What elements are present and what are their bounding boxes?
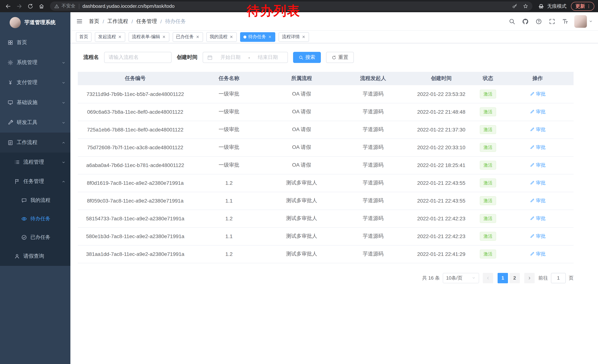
close-icon[interactable]: [196, 35, 200, 39]
approve-link[interactable]: 审批: [530, 180, 546, 186]
task-name-cell: 一级审批: [193, 121, 265, 138]
created-time-cell: 2022-01-22 20:33:10: [408, 138, 474, 156]
page-button-2[interactable]: 2: [509, 273, 520, 283]
column-header: 流程发起人: [338, 72, 408, 85]
tab-label: 流程详情: [282, 34, 300, 40]
page-size-value: 10条/页: [446, 275, 462, 281]
tab-done-tasks[interactable]: 已办任务: [173, 32, 203, 42]
user-avatar-menu[interactable]: [574, 15, 593, 28]
process-cell: 测试多审批人: [265, 174, 338, 192]
docs-button[interactable]: [532, 15, 545, 27]
menu-dots-icon[interactable]: [586, 4, 591, 9]
task-id-cell: a6aba0a4-7b6d-11ec-b781-acde48001122: [78, 156, 193, 174]
sidebar-item-my-process[interactable]: 我的流程: [0, 191, 70, 210]
close-icon[interactable]: [229, 35, 233, 39]
close-icon[interactable]: [118, 35, 122, 39]
page-size-select[interactable]: 10条/页: [443, 273, 479, 283]
approve-link[interactable]: 审批: [530, 144, 546, 151]
pagination: 共 16 条 10条/页 12 前往 1 页: [78, 273, 573, 283]
column-header: 状态: [474, 72, 502, 85]
status-badge: 激活: [480, 250, 496, 259]
sidebar-item-task-management[interactable]: 任务管理: [0, 172, 70, 191]
address-divider: [79, 4, 79, 9]
sidebar-item-payment-management[interactable]: 支付管理: [0, 73, 70, 93]
font-size-button[interactable]: [559, 15, 571, 27]
sidebar-item-dev-tools[interactable]: 研发工具: [0, 113, 70, 133]
filter-bar: 流程名 请输入流程名 创建时间 开始日期 - 结束日期 搜索: [83, 52, 573, 63]
sidebar-item-done-tasks[interactable]: 已办任务: [0, 228, 70, 247]
close-icon[interactable]: [302, 35, 306, 39]
sidebar-toggle-button[interactable]: [70, 12, 89, 30]
bookmark-star-icon[interactable]: [523, 3, 528, 9]
status-cell: 激活: [474, 192, 502, 210]
key-icon[interactable]: [512, 3, 518, 9]
approve-link[interactable]: 审批: [530, 108, 546, 115]
task-id-cell: 73211d9d-7b9b-11ec-b5b7-acde48001122: [78, 85, 193, 103]
chevron-left-icon: [486, 276, 490, 280]
next-page-button[interactable]: [524, 273, 535, 283]
page-unit-label: 页: [569, 275, 573, 281]
sidebar-item-process-management[interactable]: 流程管理: [0, 153, 70, 172]
browser-reload-button[interactable]: [25, 1, 35, 11]
initiator-cell: 芋道源码: [338, 138, 408, 156]
tab-process-detail[interactable]: 流程详情: [279, 32, 309, 42]
header-search-button[interactable]: [506, 15, 518, 27]
sidebar-item-home[interactable]: 首页: [0, 32, 70, 53]
approve-link[interactable]: 审批: [530, 251, 546, 257]
sidebar-item-infrastructure[interactable]: 基础设施: [0, 93, 70, 113]
sidebar-item-leave-query[interactable]: 请假查询: [0, 247, 70, 266]
fullscreen-button[interactable]: [546, 15, 558, 27]
back-icon: [5, 3, 11, 9]
approve-link[interactable]: 审批: [530, 197, 546, 204]
tab-home[interactable]: 首页: [76, 32, 91, 42]
check-icon: [21, 235, 27, 240]
approve-link[interactable]: 审批: [530, 215, 546, 222]
sidebar-item-todo-tasks[interactable]: 待办任务: [0, 210, 70, 228]
created-time-cell: 2022-01-21 22:42:23: [408, 210, 474, 227]
approve-link[interactable]: 审批: [530, 162, 546, 169]
approve-link[interactable]: 审批: [530, 126, 546, 133]
sidebar-item-system-management[interactable]: 系统管理: [0, 53, 70, 73]
sidebar-logo[interactable]: 芋道管理系统: [0, 12, 70, 32]
task-name-cell: 1.2: [193, 174, 265, 192]
tab-todo-tasks[interactable]: 待办任务: [240, 32, 275, 42]
status-badge: 激活: [480, 143, 496, 152]
edit-icon: [530, 145, 534, 150]
tab-label: 流程表单-编辑: [132, 34, 160, 40]
status-badge: 激活: [480, 125, 496, 134]
warning-icon: [54, 4, 59, 9]
breadcrumb-item[interactable]: 任务管理: [136, 18, 157, 25]
update-button[interactable]: 更新: [571, 2, 594, 11]
approve-label: 审批: [536, 108, 546, 115]
task-id-cell: 725a1eb6-7b88-11ec-8ef0-acde48001122: [78, 121, 193, 138]
browser-forward-button[interactable]: [14, 1, 24, 11]
chevron-down-icon: [61, 101, 66, 105]
breadcrumb-item[interactable]: 首页: [89, 18, 99, 25]
edit-icon: [530, 234, 534, 239]
breadcrumb-item[interactable]: 工作流程: [108, 18, 128, 25]
approve-link[interactable]: 审批: [530, 90, 546, 97]
github-button[interactable]: [519, 15, 531, 27]
page-button-1[interactable]: 1: [498, 273, 508, 283]
goto-page-input[interactable]: 1: [551, 273, 566, 283]
reset-button[interactable]: 重置: [326, 52, 354, 63]
date-range-picker[interactable]: 开始日期 - 结束日期: [203, 52, 288, 63]
sidebar-item-workflow[interactable]: 工作流程: [0, 133, 70, 153]
close-icon[interactable]: [162, 35, 166, 39]
process-name-input[interactable]: 请输入流程名: [104, 52, 172, 63]
search-button[interactable]: 搜索: [293, 52, 321, 63]
security-label: 不安全: [61, 3, 75, 9]
browser-back-button[interactable]: [3, 1, 13, 11]
approve-link[interactable]: 审批: [530, 233, 546, 240]
prev-page-button[interactable]: [483, 273, 493, 283]
tab-create-process[interactable]: 发起流程: [95, 32, 125, 42]
active-tab-dot: [243, 35, 246, 38]
browser-home-button[interactable]: [36, 1, 46, 11]
close-icon[interactable]: [268, 35, 272, 39]
person-icon: [14, 253, 20, 259]
tab-form-edit[interactable]: 流程表单-编辑: [129, 32, 169, 42]
initiator-cell: 芋道源码: [338, 210, 408, 227]
tab-my-process[interactable]: 我的流程: [206, 32, 237, 42]
edit-icon: [530, 216, 534, 221]
avatar: [574, 15, 587, 28]
